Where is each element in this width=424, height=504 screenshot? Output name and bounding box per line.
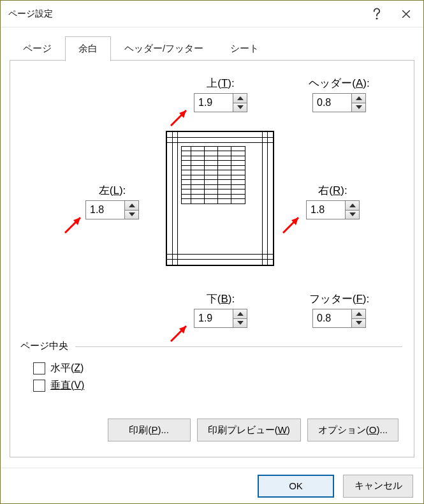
header-margin-down[interactable] <box>352 103 365 112</box>
tab-page[interactable]: ページ <box>10 36 65 61</box>
print-preview-button[interactable]: 印刷プレビュー(W) <box>197 419 301 441</box>
help-button[interactable] <box>362 3 391 26</box>
center-vertical-checkbox[interactable]: 垂直(V) <box>33 379 84 392</box>
footer-margin-label: フッター(F): <box>288 292 390 306</box>
ok-button[interactable]: OK <box>258 475 334 498</box>
bottom-margin-label: 下(B): <box>176 292 265 306</box>
tabstrip: ページ 余白 ヘッダー/フッター シート <box>10 36 414 61</box>
header-margin-up[interactable] <box>352 94 365 103</box>
footer-margin-spinner[interactable] <box>312 309 366 328</box>
tab-margins[interactable]: 余白 <box>65 36 111 61</box>
page-preview <box>166 131 274 266</box>
footer-margin-down[interactable] <box>352 318 365 328</box>
top-margin-spinner[interactable] <box>194 93 247 112</box>
tab-headerfooter[interactable]: ヘッダー/フッター <box>111 36 217 61</box>
left-margin-spinner[interactable] <box>85 200 139 219</box>
top-margin-up[interactable] <box>233 94 247 103</box>
options-button[interactable]: オプション(O)... <box>307 419 398 441</box>
close-icon <box>402 10 411 19</box>
footer-margin-up[interactable] <box>352 309 365 318</box>
left-margin-up[interactable] <box>125 201 138 210</box>
left-margin-input[interactable] <box>86 201 124 219</box>
header-margin-input[interactable] <box>313 94 351 112</box>
bottom-margin-down[interactable] <box>233 318 247 328</box>
cancel-button[interactable]: キャンセル <box>343 475 413 498</box>
bottom-margin-spinner[interactable] <box>194 309 247 328</box>
header-margin-spinner[interactable] <box>312 93 366 112</box>
svg-point-0 <box>376 17 378 19</box>
footer-margin-input[interactable] <box>313 309 351 327</box>
right-margin-spinner[interactable] <box>306 200 360 219</box>
right-margin-label: 右(R): <box>288 183 377 198</box>
right-margin-down[interactable] <box>346 210 359 219</box>
print-button[interactable]: 印刷(P)... <box>108 419 191 441</box>
checkbox-icon <box>33 380 45 392</box>
center-horizontal-checkbox[interactable]: 水平(Z) <box>33 362 84 375</box>
center-horizontal-label: 水平(Z) <box>50 362 84 375</box>
bottom-margin-input[interactable] <box>194 309 233 327</box>
tab-sheet[interactable]: シート <box>217 36 272 61</box>
left-margin-label: 左(L): <box>68 183 157 198</box>
top-margin-label: 上(T): <box>176 76 265 91</box>
right-margin-input[interactable] <box>307 201 345 219</box>
window-title: ページ設定 <box>8 8 362 20</box>
close-button[interactable] <box>391 3 421 26</box>
header-margin-label: ヘッダー(A): <box>288 76 390 91</box>
left-margin-down[interactable] <box>125 210 138 219</box>
bottom-margin-up[interactable] <box>233 309 247 318</box>
top-margin-input[interactable] <box>194 94 233 112</box>
top-margin-down[interactable] <box>233 103 247 112</box>
help-icon <box>372 8 382 20</box>
right-margin-up[interactable] <box>346 201 359 210</box>
center-vertical-label: 垂直(V) <box>50 379 84 392</box>
checkbox-icon <box>33 362 45 374</box>
center-section-title: ページ中央 <box>20 340 72 351</box>
